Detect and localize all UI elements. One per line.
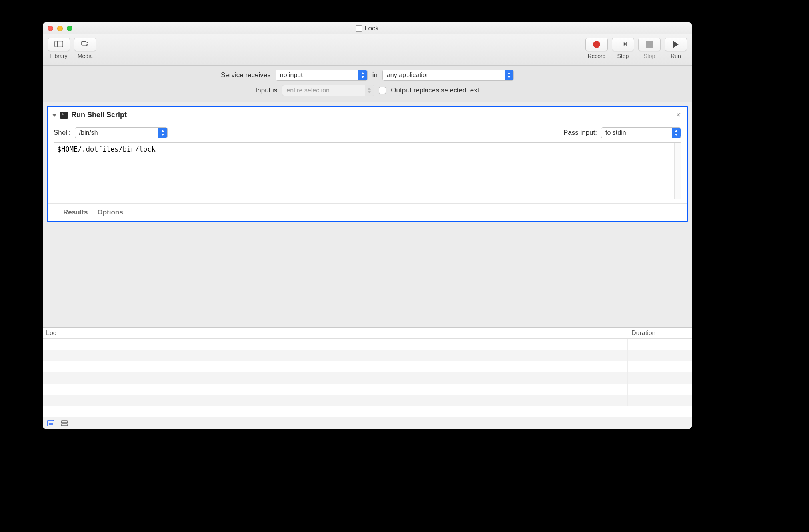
chevron-updown-icon bbox=[672, 128, 681, 138]
library-icon bbox=[54, 40, 63, 49]
terminal-icon bbox=[60, 112, 68, 119]
workflow-view-button[interactable] bbox=[47, 420, 55, 427]
output-replaces-checkbox[interactable] bbox=[379, 87, 386, 94]
script-textarea[interactable] bbox=[54, 143, 674, 199]
log-rows bbox=[43, 339, 692, 417]
svg-rect-2 bbox=[82, 41, 86, 45]
pass-input-value: to stdin bbox=[605, 129, 626, 136]
service-receives-value: no input bbox=[280, 72, 303, 79]
pass-input-label: Pass input: bbox=[563, 129, 597, 137]
run-toolbar-item: Run bbox=[664, 38, 688, 59]
run-shell-script-action[interactable]: Run Shell Script ✕ Shell: /bin/sh Pass i… bbox=[47, 106, 688, 222]
log-row bbox=[43, 372, 692, 384]
log-header: Log Duration bbox=[43, 328, 692, 339]
record-label: Record bbox=[587, 53, 605, 59]
config-row-2: Input is entire selection Output replace… bbox=[256, 85, 479, 96]
step-toolbar-item: Step bbox=[611, 38, 635, 59]
log-column-header[interactable]: Log bbox=[43, 328, 628, 338]
input-is-select: entire selection bbox=[282, 85, 374, 96]
options-tab[interactable]: Options bbox=[97, 208, 123, 216]
status-bar bbox=[43, 417, 692, 429]
in-application-select[interactable]: any application bbox=[382, 70, 514, 81]
log-row bbox=[43, 395, 692, 406]
window-title-text: Lock bbox=[364, 24, 379, 32]
pass-input-select[interactable]: to stdin bbox=[601, 127, 681, 138]
workflow-canvas: Run Shell Script ✕ Shell: /bin/sh Pass i… bbox=[43, 102, 692, 327]
input-is-value: entire selection bbox=[286, 87, 330, 94]
media-button[interactable] bbox=[74, 38, 96, 51]
stop-button[interactable] bbox=[638, 38, 661, 51]
in-application-value: any application bbox=[387, 72, 430, 79]
action-header: Run Shell Script ✕ bbox=[48, 107, 687, 123]
service-config-bar: Service receives no input in any applica… bbox=[43, 66, 692, 102]
svg-rect-0 bbox=[55, 41, 63, 47]
svg-rect-12 bbox=[61, 424, 68, 426]
svg-rect-11 bbox=[61, 421, 68, 423]
action-body: Shell: /bin/sh Pass input: to stdin bbox=[48, 123, 687, 203]
play-icon bbox=[673, 41, 679, 48]
record-button[interactable] bbox=[585, 38, 608, 51]
script-container bbox=[54, 142, 681, 199]
disclosure-triangle-icon[interactable] bbox=[52, 114, 57, 117]
minimize-window-button[interactable] bbox=[57, 26, 63, 31]
in-label: in bbox=[372, 71, 378, 79]
service-receives-label: Service receives bbox=[221, 71, 271, 79]
log-row bbox=[43, 350, 692, 361]
shell-select[interactable]: /bin/sh bbox=[75, 127, 168, 138]
record-toolbar-item: Record bbox=[585, 38, 609, 59]
step-label: Step bbox=[617, 53, 629, 59]
chevron-updown-icon bbox=[365, 85, 374, 96]
output-replaces-label: Output replaces selected text bbox=[391, 86, 479, 94]
zoom-window-button[interactable] bbox=[67, 26, 72, 31]
input-is-label: Input is bbox=[256, 86, 278, 94]
chevron-updown-icon bbox=[505, 70, 513, 80]
window-title: Lock bbox=[43, 24, 692, 32]
duration-column-header[interactable]: Duration bbox=[628, 328, 692, 338]
toolbar: Library Media Record Step bbox=[43, 34, 692, 66]
action-title: Run Shell Script bbox=[71, 111, 127, 119]
stop-toolbar-item: Stop bbox=[637, 38, 661, 59]
stop-icon bbox=[646, 41, 653, 48]
media-icon bbox=[81, 40, 90, 49]
stop-label: Stop bbox=[644, 53, 655, 59]
record-icon bbox=[593, 41, 600, 48]
run-label: Run bbox=[671, 53, 681, 59]
document-icon bbox=[356, 25, 362, 32]
step-button[interactable] bbox=[612, 38, 634, 51]
log-row bbox=[43, 361, 692, 372]
shell-value: /bin/sh bbox=[79, 129, 98, 136]
chevron-updown-icon bbox=[358, 70, 367, 80]
media-label: Media bbox=[78, 53, 93, 59]
variables-view-button[interactable] bbox=[60, 420, 68, 427]
window-controls bbox=[48, 26, 72, 31]
shell-row: Shell: /bin/sh Pass input: to stdin bbox=[54, 127, 681, 138]
library-button[interactable] bbox=[48, 38, 70, 51]
svg-point-3 bbox=[86, 44, 88, 46]
service-receives-select[interactable]: no input bbox=[276, 70, 368, 81]
step-icon bbox=[619, 41, 627, 48]
log-row bbox=[43, 384, 692, 395]
run-button[interactable] bbox=[665, 38, 687, 51]
automator-window: Lock Library Media Record bbox=[43, 22, 692, 429]
remove-action-button[interactable]: ✕ bbox=[674, 111, 683, 119]
chevron-updown-icon bbox=[158, 128, 167, 138]
titlebar: Lock bbox=[43, 22, 692, 34]
media-toolbar-item: Media bbox=[73, 38, 97, 59]
library-toolbar-item: Library bbox=[47, 38, 71, 59]
close-window-button[interactable] bbox=[48, 26, 53, 31]
svg-marker-5 bbox=[624, 42, 627, 46]
log-panel: Log Duration bbox=[43, 327, 692, 429]
results-tab[interactable]: Results bbox=[63, 208, 88, 216]
scrollbar[interactable] bbox=[674, 143, 681, 199]
log-row bbox=[43, 339, 692, 350]
config-row-1: Service receives no input in any applica… bbox=[221, 70, 514, 81]
action-footer: Results Options bbox=[48, 203, 687, 221]
library-label: Library bbox=[50, 53, 68, 59]
shell-label: Shell: bbox=[54, 129, 71, 137]
